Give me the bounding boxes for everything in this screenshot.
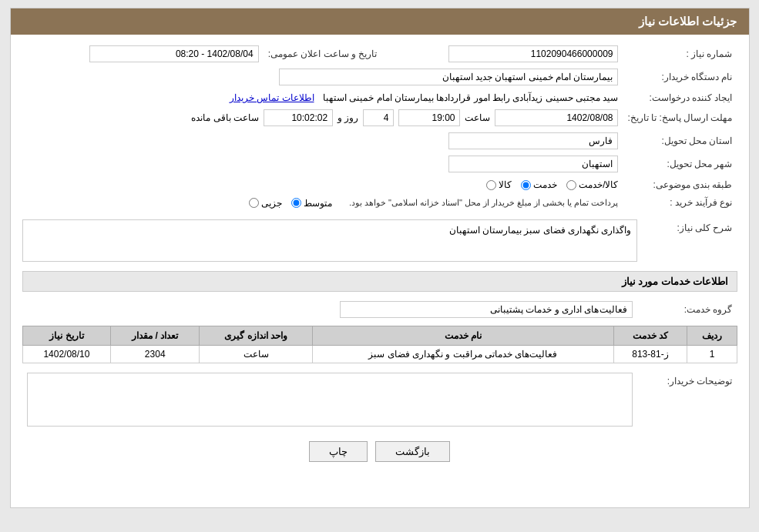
- city-input[interactable]: [448, 156, 618, 172]
- action-buttons-row: بازگشت چاپ: [22, 441, 737, 473]
- purchase-type-option-motavaset[interactable]: متوسط: [291, 198, 332, 209]
- cell-quantity: 2304: [111, 345, 200, 363]
- print-button[interactable]: چاپ: [309, 441, 368, 462]
- cell-code: ز-81-813: [613, 345, 687, 363]
- need-desc-text: واگذاری نگهداری فضای سبز بیمارستان استهب…: [449, 225, 632, 236]
- buyer-name-input[interactable]: [279, 69, 618, 85]
- pub-date-input[interactable]: [89, 45, 259, 62]
- buyer-desc-box: [27, 373, 633, 427]
- days-label: روز و: [338, 112, 358, 123]
- col-header-date: تاریخ نیاز: [22, 326, 111, 345]
- services-section-title: اطلاعات خدمات مورد نیاز: [22, 271, 737, 292]
- services-section: گروه خدمت: ردیف کد خدمت نام خدمت واحد ان…: [22, 298, 737, 363]
- col-header-qty: تعداد / مقدار: [111, 326, 200, 345]
- creator-contact-link[interactable]: اطلاعات تماس خریدار: [230, 92, 314, 103]
- col-header-name: نام خدمت: [313, 326, 613, 345]
- service-group-table: گروه خدمت:: [22, 298, 737, 321]
- purchase-type-label: نوع فرآیند خرید :: [623, 193, 737, 212]
- category-radio-kala-khedmat[interactable]: [566, 180, 576, 190]
- deadline-remaining-input[interactable]: [264, 109, 333, 126]
- info-form-table: شماره نیاز : تاریخ و ساعت اعلان عمومی: ن…: [22, 42, 737, 212]
- pub-date-label: تاریخ و ساعت اعلان عمومی:: [264, 42, 382, 65]
- category-radio-group: کالا/خدمت خدمت کالا: [486, 179, 618, 190]
- need-number-label: شماره نیاز :: [623, 42, 737, 65]
- services-data-table: ردیف کد خدمت نام خدمت واحد اندازه گیری ت…: [22, 326, 737, 363]
- main-container: جزئیات اطلاعات نیاز شماره نیاز : تاریخ و…: [10, 8, 750, 508]
- province-input[interactable]: [448, 132, 618, 149]
- desc-form-table: شرح کلی نیاز: واگذاری نگهداری فضای سبز ب…: [22, 216, 737, 265]
- category-radio-kala[interactable]: [486, 180, 496, 190]
- page-title: جزئیات اطلاعات نیاز: [11, 8, 749, 35]
- deadline-time-input[interactable]: [398, 109, 460, 126]
- back-button[interactable]: بازگشت: [375, 441, 450, 462]
- need-number-input[interactable]: [448, 45, 618, 62]
- purchase-type-radio-motavaset[interactable]: [291, 198, 301, 208]
- service-group-label: گروه خدمت:: [637, 298, 737, 321]
- buyer-desc-label: توضیحات خریدار:: [637, 370, 737, 430]
- col-header-code: کد خدمت: [613, 326, 687, 345]
- province-label: استان محل تحویل:: [623, 129, 737, 152]
- creator-label: ایجاد کننده درخواست:: [623, 89, 737, 106]
- category-option-khedmat[interactable]: خدمت: [521, 179, 557, 190]
- purchase-type-note: پرداخت تمام یا بخشی از مبلغ خریدار از مح…: [349, 198, 619, 208]
- purchase-type-option-jozi[interactable]: جزیی: [249, 198, 282, 209]
- category-label: طبقه بندی موضوعی:: [623, 176, 737, 193]
- category-option-kala-khedmat[interactable]: کالا/خدمت: [566, 179, 618, 190]
- deadline-days-input[interactable]: [363, 109, 394, 126]
- buyer-desc-table: توضیحات خریدار:: [22, 370, 737, 430]
- cell-row: 1: [687, 345, 737, 363]
- purchase-type-radio-group: پرداخت تمام یا بخشی از مبلغ خریدار از مح…: [249, 198, 619, 209]
- remaining-label: ساعت باقی مانده: [191, 112, 259, 123]
- deadline-label: مهلت ارسال پاسخ: تا تاریخ:: [623, 106, 737, 129]
- creator-name: سید مجتبی حسینی زیدآبادی رابط امور قرارد…: [323, 92, 618, 103]
- time-label: ساعت: [465, 112, 490, 123]
- need-desc-label: شرح کلی نیاز:: [637, 216, 737, 265]
- content-area: شماره نیاز : تاریخ و ساعت اعلان عمومی: ن…: [11, 35, 749, 481]
- header-title: جزئیات اطلاعات نیاز: [639, 15, 737, 28]
- need-desc-box: واگذاری نگهداری فضای سبز بیمارستان استهب…: [22, 219, 637, 262]
- deadline-date-input[interactable]: [495, 109, 618, 126]
- purchase-type-radio-jozi[interactable]: [249, 198, 259, 208]
- city-label: شهر محل تحویل:: [623, 152, 737, 176]
- col-header-row: ردیف: [687, 326, 737, 345]
- cell-date: 1402/08/10: [22, 345, 111, 363]
- buyer-name-label: نام دستگاه خریدار:: [623, 65, 737, 89]
- cell-name: فعالیت‌های خدماتی مراقبت و نگهداری فضای …: [313, 345, 613, 363]
- category-option-kala[interactable]: کالا: [486, 179, 512, 190]
- cell-unit: ساعت: [200, 345, 313, 363]
- category-radio-khedmat[interactable]: [521, 180, 531, 190]
- col-header-unit: واحد اندازه گیری: [200, 326, 313, 345]
- service-group-input[interactable]: [340, 301, 633, 318]
- table-row: 1ز-81-813فعالیت‌های خدماتی مراقبت و نگهد…: [22, 345, 737, 363]
